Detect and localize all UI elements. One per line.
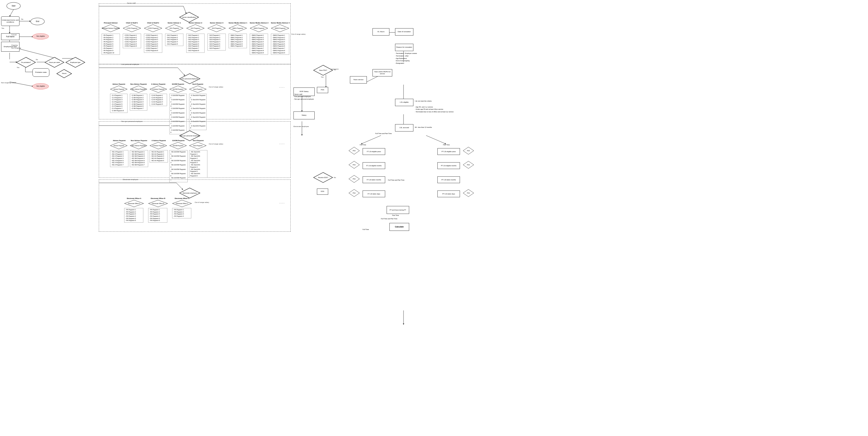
sma1-group: Senior Media Advisor 1 SMA1 Paypoint - S… <box>228 22 247 47</box>
no-esa: No <box>334 177 336 178</box>
ft-eligible-years: FT LSt eligible years <box>363 148 385 155</box>
svg-marker-76 <box>463 189 474 197</box>
svg-line-0 <box>9 9 13 17</box>
pt-eligible-months: PT LSt eligible months <box>437 162 460 169</box>
sa1-group: Senior Adviser 1 SA1 Paypoint - SA1 Payp… <box>165 22 183 44</box>
understand-shape: Understand terms and conditions <box>1 17 20 26</box>
svg-marker-39 <box>45 57 64 67</box>
svg-marker-72 <box>349 161 360 168</box>
yes-psa: Yes <box>321 76 324 78</box>
calculate-rect: Calculate <box>390 223 409 231</box>
svg-marker-42 <box>180 12 199 22</box>
psa-pt-years: PSA <box>463 147 474 155</box>
non-gov-label: Non-gov personal employee <box>121 121 143 122</box>
casual-label: Casual <box>11 34 17 36</box>
svg-marker-70 <box>349 147 360 154</box>
no-label-prob: No <box>36 59 38 60</box>
on-probation-diamond: On probation? <box>16 57 36 68</box>
yes-label-prob: Yes <box>17 67 20 68</box>
g-advisor-group: Advisor Paypoint Advisor Paypoint - G A … <box>110 83 128 112</box>
ft-and-pt-label: Full Time and Part Time <box>381 218 397 220</box>
eo-a-group: Electorate Officer A Electorate Officer … <box>124 197 144 222</box>
g-ma-group: Non-Advisor Paypoint Non-Advisor Paypoin… <box>130 83 147 110</box>
pt-label: Part Time <box>443 144 450 146</box>
svg-marker-58 <box>180 131 200 141</box>
fullname-shape: Full Name <box>1 33 20 40</box>
electorate-label: Electorate employee <box>123 179 138 180</box>
svg-marker-69 <box>313 173 333 183</box>
psa-ft-months: PSA <box>348 161 360 169</box>
pa-group: Principal Advisor Principal Advisor Payp… <box>101 22 120 53</box>
svg-line-35 <box>361 135 381 144</box>
pt-hours-during: PT and hours during PT <box>386 206 409 214</box>
senior-classification-diamond: Senior classification <box>179 12 199 23</box>
start-shape: Start <box>6 2 21 9</box>
employee-type-diamond: Employee type <box>65 57 85 68</box>
ft-taken-months: FT LSt taken months <box>363 176 385 183</box>
not-eligible-1: Not eligible <box>32 33 49 39</box>
svg-marker-40 <box>66 57 85 67</box>
psa-pt-taken-d: PSA <box>463 189 474 197</box>
oor-gov: Out of range salary <box>209 86 223 88</box>
criteria-list: - Age 35+ and 1 yr service - Under age 5… <box>415 106 454 113</box>
cos1-group: Chief of Staff 1 COS1 Paypoint - COS1 Pa… <box>123 22 141 47</box>
no-label-1: No <box>21 18 24 20</box>
ft-taken-days: FT LSt taken days <box>363 190 385 197</box>
oor-non-gov: Out of range salary <box>209 143 223 145</box>
pt-taken-days: PT LSt taken days <box>437 190 460 197</box>
nil-12-label: Nil - less than 12 months <box>415 126 432 128</box>
svg-line-36 <box>426 135 446 144</box>
gov-personal-label: Gov personal employee <box>121 63 139 65</box>
svg-marker-73 <box>463 161 474 168</box>
psa-ft-taken-d: PSA <box>348 189 360 197</box>
ng-eaom-group: EA/OM Paypoint EA/OM Paypoint - NG EA/OM… <box>169 140 188 182</box>
non-ongoing-label: Non-ongoing <box>11 47 21 49</box>
svg-marker-75 <box>349 189 360 197</box>
not-eligible-2: Not eligible <box>32 83 49 90</box>
sa3-group: Senior Advisor 3 SA3 Paypoint - SA3 Payp… <box>208 22 226 49</box>
receive-esa-diamond: Receive ESA? <box>313 172 333 183</box>
psa-pt-months: PSA <box>463 161 474 169</box>
flowchart-canvas: Start Understand terms and conditions No… <box>0 0 868 436</box>
no-psa: No <box>334 69 336 70</box>
employee-type-list: - Senior staff - Gov personal employee -… <box>293 93 314 100</box>
psa-rect: PSA <box>317 87 328 93</box>
g-aa-group: A Advisor Paypoint A Advisor Paypoint - … <box>150 83 167 105</box>
svg-marker-38 <box>17 57 36 67</box>
sma3-group: Senior Media Advisor 3 SMA3 Paypoint - S… <box>271 22 289 53</box>
hours-diamond: Hours <box>56 69 72 78</box>
ng-ma-group: Non-Advisor Paypoint Non-Advisor Paypoin… <box>130 140 148 166</box>
eo-b-group: Electorate Officer B Electorate Officer … <box>148 197 168 222</box>
ft-label: Full Time <box>360 144 366 146</box>
svg-marker-41 <box>57 69 72 78</box>
employment-type-shape: Employment type <box>1 42 20 52</box>
lsl-eligible-rect: LSL eligible <box>395 99 413 106</box>
pt-eligible-years: PT LSt eligible years <box>437 148 460 155</box>
years-service-rect: Years service <box>350 76 367 84</box>
hours-per-week-diamond: Hours per week <box>44 57 64 68</box>
probation-state-shape: Probation state <box>32 68 50 77</box>
sma2-group: Senior Media Advisor 2 SMA2 Paypoint - S… <box>250 22 268 53</box>
ng-seca-group: SecA Paypoint SecA Paypoint - NG SecA/AA… <box>189 140 208 177</box>
electorate-diamond: Electorate employee <box>179 188 200 198</box>
years-mgps-rect: Years and/or MGPS Act service <box>372 69 392 76</box>
svg-marker-64 <box>180 188 200 198</box>
svg-marker-52 <box>180 74 200 84</box>
psa-ft-taken-m: PSA <box>348 175 360 183</box>
have-psa-diamond: Have PSA? <box>313 65 333 75</box>
esa-rect: ESA <box>317 188 328 195</box>
ft-eligible-months: FT LSt eligible months <box>363 162 385 169</box>
ng-advisor-group: Advisor Paypoint Advisor Paypoint - NG A… <box>110 140 128 166</box>
sa2-group: Senior Advisor 2 SA2 Paypoint - SA2 Payp… <box>186 22 205 51</box>
svg-marker-68 <box>313 65 333 75</box>
psa-ft-years: PSA <box>348 147 360 155</box>
lsl-accrued-rect: LSL accrued <box>395 124 413 131</box>
ongoing-label: Ongoing <box>11 44 18 46</box>
cessation-reasons-list: - Terminated - Employer ceases - Termina… <box>395 52 417 65</box>
ng-aa-group: A Advisor Paypoint A Advisor Paypoint - … <box>150 140 168 162</box>
senior-staff-label: Senior staff <box>127 2 135 4</box>
svg-marker-71 <box>463 147 474 154</box>
oor-salary-senior: Out of range salary <box>291 33 306 35</box>
pt-ft-bottom-label: Part Time <box>392 215 399 216</box>
reason-cessation-rect: Reason for cessation <box>395 44 413 51</box>
